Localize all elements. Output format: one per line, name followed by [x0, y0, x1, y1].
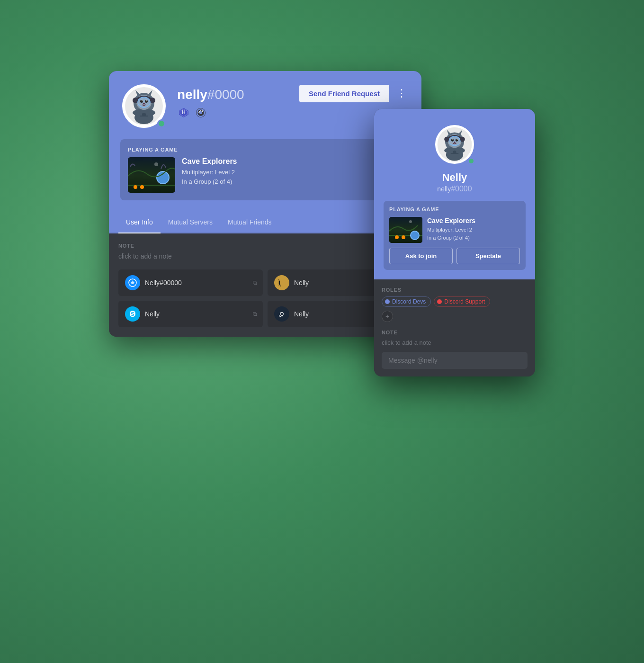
tab-mutual-friends[interactable]: Mutual Friends	[220, 212, 279, 233]
front-username-row: nelly#0000	[437, 185, 472, 193]
svg-point-13	[143, 103, 145, 105]
game-art-svg	[128, 157, 175, 193]
front-note-label: NOTE	[382, 330, 528, 335]
svg-point-6	[133, 98, 138, 103]
username-text: nelly	[177, 87, 207, 102]
front-avatar-container	[433, 123, 476, 166]
steam-account-name: Nelly	[294, 310, 309, 318]
front-profile-header: Nelly nelly#0000 PLAYING A GAME	[374, 109, 535, 279]
front-game-art-player	[410, 231, 420, 240]
league-icon: L	[274, 275, 289, 290]
svg-point-9	[140, 100, 143, 103]
front-game-art	[389, 217, 422, 243]
front-note-field[interactable]: click to add a note	[382, 339, 528, 346]
game-art-bg	[128, 157, 175, 193]
avatar-container	[120, 82, 168, 130]
battlenet-link-icon: ⧉	[253, 279, 257, 286]
game-info: Cave Explorers Multiplayer: Level 2 In a…	[128, 157, 402, 193]
note-section-label: NOTE	[118, 243, 412, 249]
front-discriminator-text: #0000	[451, 185, 472, 193]
playing-label: PLAYING A GAME	[128, 147, 402, 152]
game-thumbnail	[128, 157, 175, 193]
svg-text:L: L	[280, 280, 283, 285]
svg-point-12	[146, 100, 147, 101]
game-detail2: In a Group (2 of 4)	[182, 177, 237, 187]
connected-accounts: Nelly#00000 ⧉ L Nelly	[118, 269, 412, 327]
tab-mutual-servers[interactable]: Mutual Servers	[161, 212, 220, 233]
skype-link-icon: ⧉	[253, 311, 257, 317]
front-game-detail2: In a Group (2 of 4)	[427, 234, 475, 242]
ask-to-join-button[interactable]: Ask to join	[389, 248, 453, 264]
roles-list: Discord Devs Discord Support	[382, 296, 528, 307]
svg-point-43	[456, 139, 458, 141]
svg-point-44	[452, 139, 453, 140]
hypesquad-badge-icon: H	[177, 106, 190, 119]
svg-point-41	[449, 136, 460, 146]
roles-section: ROLES Discord Devs Discord Support +	[382, 287, 528, 322]
svg-point-54	[409, 220, 412, 223]
message-input[interactable]: Message @nelly	[382, 352, 528, 369]
discriminator-text: #0000	[207, 87, 244, 102]
username-display: nelly#0000	[177, 87, 299, 102]
game-details: Cave Explorers Multiplayer: Level 2 In a…	[182, 157, 237, 186]
battlenet-account[interactable]: Nelly#00000 ⧉	[118, 269, 263, 296]
battlenet-account-name: Nelly#00000	[145, 279, 182, 287]
svg-point-42	[451, 139, 454, 141]
svg-point-8	[138, 97, 150, 108]
skype-account-name: Nelly	[145, 310, 160, 318]
svg-point-40	[460, 137, 465, 142]
add-role-button[interactable]: +	[382, 311, 393, 322]
front-playing-section: PLAYING A GAME	[384, 201, 526, 270]
league-svg: L	[277, 278, 286, 287]
steam-svg	[277, 309, 286, 319]
front-game-thumbnail	[389, 217, 422, 243]
more-options-button[interactable]: ⋮	[394, 85, 410, 102]
tab-user-info[interactable]: User Info	[118, 212, 161, 233]
game-detail1: Multiplayer: Level 2	[182, 168, 237, 177]
svg-point-32	[281, 313, 283, 315]
spectate-button[interactable]: Spectate	[456, 248, 520, 264]
svg-point-46	[454, 142, 456, 143]
username-section: nelly#0000 H	[168, 82, 299, 119]
discord-devs-dot	[385, 299, 390, 304]
playing-section: PLAYING A GAME	[120, 139, 410, 200]
league-account-name: Nelly	[294, 279, 309, 287]
front-username-text: nelly	[437, 185, 451, 193]
game-action-buttons: Ask to join Spectate	[389, 248, 520, 264]
battlenet-icon	[125, 275, 140, 290]
front-cat-avatar-image	[436, 125, 474, 163]
discord-support-label: Discord Support	[444, 298, 485, 305]
svg-text:S: S	[131, 311, 134, 317]
svg-point-45	[457, 139, 458, 140]
badges-container: H	[177, 106, 299, 119]
steam-icon	[274, 306, 289, 322]
front-card-body: ROLES Discord Devs Discord Support + NOT…	[374, 279, 535, 376]
skype-svg: S	[128, 309, 137, 319]
front-game-title: Cave Explorers	[427, 217, 475, 224]
role-badge-discord-support[interactable]: Discord Support	[434, 296, 490, 307]
game-title: Cave Explorers	[182, 157, 237, 166]
role-badge-discord-devs[interactable]: Discord Devs	[382, 296, 431, 307]
send-friend-request-button[interactable]: Send Friend Request	[299, 85, 389, 102]
skype-icon: S	[125, 306, 140, 322]
nitro-badge-icon	[194, 106, 207, 119]
front-note-section: NOTE click to add a note	[382, 330, 528, 346]
note-field[interactable]: click to add a note	[118, 252, 412, 260]
online-status-dot	[157, 119, 166, 128]
svg-text:H: H	[182, 110, 185, 115]
header-actions: Send Friend Request ⋮	[299, 82, 410, 102]
front-online-status-dot	[467, 157, 475, 165]
battlenet-svg	[128, 278, 137, 287]
front-display-name: Nelly	[442, 171, 467, 184]
svg-point-11	[142, 100, 143, 101]
front-game-detail1: Multiplayer: Level 2	[427, 226, 475, 234]
skype-account[interactable]: S Nelly ⧉	[118, 301, 263, 327]
svg-point-39	[444, 137, 449, 142]
roles-label: ROLES	[382, 287, 528, 293]
front-playing-label: PLAYING A GAME	[389, 206, 520, 212]
svg-point-27	[154, 162, 158, 166]
svg-point-10	[145, 100, 148, 103]
discord-devs-label: Discord Devs	[392, 298, 426, 305]
discord-support-dot	[437, 299, 442, 304]
svg-point-7	[150, 98, 155, 103]
